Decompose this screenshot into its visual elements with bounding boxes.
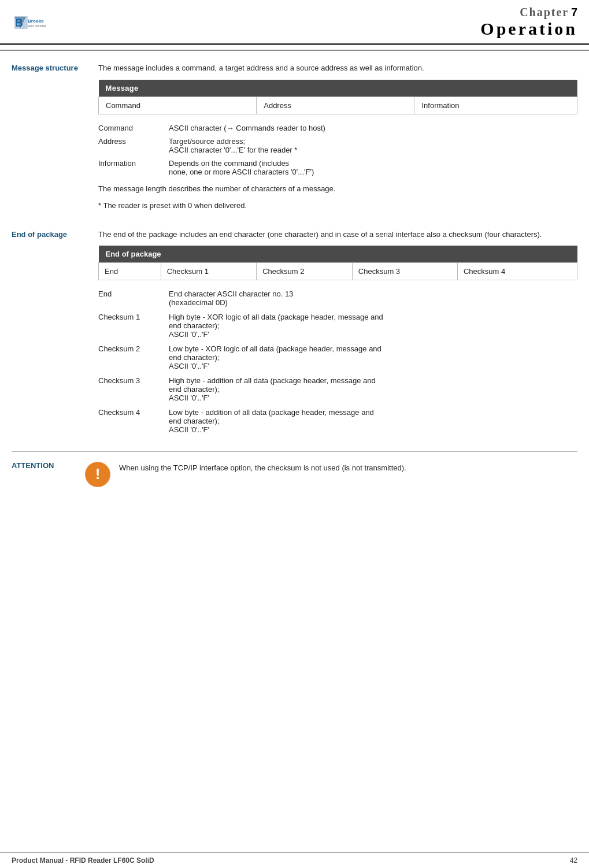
- desc-information-def: Depends on the command (includesnone, on…: [169, 159, 577, 176]
- main-content: Message structure The message includes a…: [0, 51, 589, 499]
- desc-end-term: End: [98, 290, 162, 307]
- message-structure-label: Message structure: [12, 62, 98, 220]
- attention-label: ATTENTION: [12, 460, 75, 470]
- end-of-package-content: The end of the package includes an end c…: [98, 229, 577, 443]
- svg-text:!: !: [95, 465, 101, 483]
- operation-title: Operation: [480, 19, 577, 39]
- desc-checksum4-def: Low byte - addition of all data (package…: [169, 408, 577, 434]
- desc-end-def: End character ASCII character no. 13(hex…: [169, 290, 577, 307]
- end-of-package-label: End of package: [12, 229, 98, 443]
- page-footer: Product Manual - RFID Reader LF60C SoliD…: [0, 852, 589, 868]
- message-descriptions: Command ASCII character (→ Commands read…: [98, 124, 577, 176]
- brooks-logo-icon: B Brooks RFID DIVISION: [12, 8, 46, 37]
- desc-information-term: Information: [98, 159, 162, 176]
- footer-right: 42: [570, 856, 577, 865]
- desc-checksum1-term: Checksum 1: [98, 313, 162, 339]
- desc-checksum4-term: Checksum 4: [98, 408, 162, 434]
- message-col-information: Information: [414, 97, 577, 114]
- message-col-address: Address: [257, 97, 414, 114]
- attention-text: When using the TCP/IP interface option, …: [119, 462, 406, 474]
- eop-col-checksum4: Checksum 4: [457, 263, 577, 280]
- desc-checksum2-def: Low byte - XOR logic of all data (packag…: [169, 344, 577, 370]
- message-structure-section: Message structure The message includes a…: [12, 62, 577, 220]
- chapter-num: 7: [571, 6, 577, 18]
- desc-command-term: Command: [98, 124, 162, 132]
- svg-text:B: B: [15, 17, 23, 29]
- footer-left: Product Manual - RFID Reader LF60C SoliD: [12, 856, 154, 865]
- eop-descriptions: End End character ASCII character no. 13…: [98, 290, 577, 434]
- attention-section: ATTENTION ! When using the TCP/IP interf…: [12, 451, 577, 488]
- message-structure-content: The message includes a command, a target…: [98, 62, 577, 220]
- desc-checksum2-term: Checksum 2: [98, 344, 162, 370]
- logo-area: B Brooks RFID DIVISION: [12, 8, 46, 37]
- chapter-label: Chapter: [520, 6, 569, 18]
- end-of-package-section: End of package The end of the package in…: [12, 229, 577, 443]
- desc-address-def: Target/source address;ASCII character '0…: [169, 137, 577, 154]
- svg-text:Brooks: Brooks: [28, 18, 44, 24]
- desc-checksum3-def: High byte - addition of all data (packag…: [169, 376, 577, 402]
- message-structure-intro: The message includes a command, a target…: [98, 62, 577, 74]
- attention-icon: !: [84, 461, 111, 488]
- eop-col-checksum1: Checksum 1: [161, 263, 257, 280]
- desc-address-term: Address: [98, 137, 162, 154]
- svg-text:RFID DIVISION: RFID DIVISION: [28, 25, 46, 28]
- eop-table-header: End of package: [99, 246, 577, 263]
- attention-body: ! When using the TCP/IP interface option…: [84, 460, 577, 488]
- end-of-package-table: End of package End Checksum 1 Checksum 2…: [98, 246, 577, 280]
- eop-col-end: End: [99, 263, 161, 280]
- desc-command-def: ASCII character (→ Commands reader to ho…: [169, 124, 577, 132]
- desc-checksum3-term: Checksum 3: [98, 376, 162, 402]
- desc-checksum1-def: High byte - XOR logic of all data (packa…: [169, 313, 577, 339]
- message-col-command: Command: [99, 97, 257, 114]
- eop-col-checksum2: Checksum 2: [257, 263, 353, 280]
- page-header: B Brooks RFID DIVISION Chapter 7 Operati…: [0, 0, 589, 45]
- message-note2: * The reader is preset with 0 when deliv…: [98, 200, 577, 212]
- message-table-header: Message: [99, 80, 577, 97]
- chapter-area: Chapter 7 Operation: [480, 6, 577, 39]
- message-note1: The message length describes the number …: [98, 183, 577, 195]
- eop-col-checksum3: Checksum 3: [352, 263, 457, 280]
- message-table: Message Command Address Information: [98, 80, 577, 114]
- end-of-package-intro: The end of the package includes an end c…: [98, 229, 577, 240]
